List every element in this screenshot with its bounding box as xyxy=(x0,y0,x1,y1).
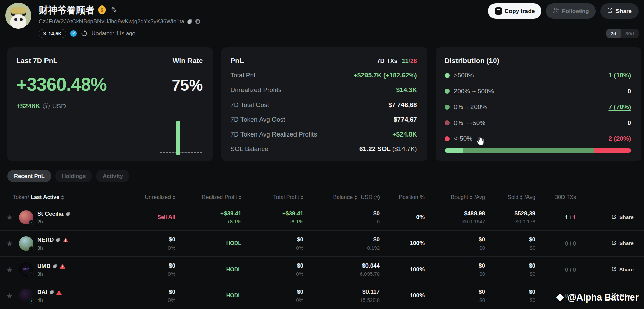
token-avatar[interactable] xyxy=(19,210,33,224)
token-last-active: 3h xyxy=(37,245,68,251)
token-last-active: 4h xyxy=(37,297,62,303)
sort-icon xyxy=(470,195,472,200)
favorite-star-icon[interactable] xyxy=(6,291,13,301)
share-icon xyxy=(607,7,613,15)
copy-address-icon[interactable] xyxy=(187,19,192,24)
warning-icon xyxy=(56,290,62,295)
sort-icon xyxy=(301,195,303,200)
favorite-star-icon[interactable] xyxy=(6,213,13,222)
solana-badge-icon xyxy=(29,220,34,225)
sell-all-button[interactable]: Sell All xyxy=(157,214,175,220)
range-30d-tab[interactable]: 30d xyxy=(621,29,639,38)
dist-value-link[interactable]: 2 (20%) xyxy=(608,135,631,142)
tab-activity[interactable]: Activity xyxy=(96,170,129,182)
dist-row-0-neg50: 0% ~ -50% 0 xyxy=(445,119,631,127)
table-row: NERD 3h $00% HODL $00% $00.192 100% $0$0… xyxy=(0,230,644,256)
stat-row-unrealized: Unrealized Profits $14.3K xyxy=(230,86,417,94)
col-token-last-active[interactable]: Token/Last Active xyxy=(0,194,122,200)
token-avatar[interactable] xyxy=(19,289,33,303)
tab-recent-pnl[interactable]: Recent PnL xyxy=(7,170,51,182)
copy-icon[interactable] xyxy=(56,238,60,242)
sort-icon xyxy=(520,195,523,200)
sort-icon[interactable] xyxy=(61,195,64,200)
copy-trade-button[interactable]: Copy trade xyxy=(488,3,542,19)
wallet-address[interactable]: CzJFuW2JAtCkNB4pBNvUJhg9wKwjq2dYx2yK36Wi… xyxy=(39,18,184,25)
dist-bar-seg-sage-green xyxy=(463,148,594,153)
share-row-button[interactable]: Share xyxy=(611,240,634,247)
stat-row-avg-cost: 7D Token Avg Cost $774,67 xyxy=(230,116,417,123)
dist-value-link[interactable]: 7 (70%) xyxy=(608,103,631,111)
summary-cards: Last 7D PnL Win Rate +3360.48% 75% +$248… xyxy=(7,47,641,161)
token-name[interactable]: UMB xyxy=(37,263,51,270)
tab-holdings[interactable]: Holdings xyxy=(55,170,92,182)
stat-row-total-cost: 7D Total Cost $7 746,68 xyxy=(230,101,417,109)
pnl-mini-chart xyxy=(160,120,202,155)
warning-icon xyxy=(60,264,65,269)
distribution-bar xyxy=(445,148,631,153)
edit-name-icon[interactable] xyxy=(111,6,117,14)
win-rate-label: Win Rate xyxy=(173,57,203,65)
solana-badge-icon xyxy=(29,272,34,277)
chart-baseline xyxy=(160,152,202,153)
share-row-button[interactable]: Share xyxy=(611,214,634,221)
following-button[interactable]: Following xyxy=(546,3,595,19)
hodl-label: HODL xyxy=(226,293,242,299)
token-name[interactable]: St Cecilia xyxy=(37,211,64,217)
profile-avatar[interactable] xyxy=(5,3,31,29)
solana-badge-icon xyxy=(29,298,34,304)
distribution-title: Distribution (10) xyxy=(445,57,631,65)
verified-badge-icon xyxy=(70,30,77,37)
hodl-label: HODL xyxy=(226,267,242,273)
sort-icon xyxy=(173,195,175,200)
copy-icon[interactable] xyxy=(50,290,54,294)
token-name[interactable]: NERD xyxy=(37,237,54,243)
col-unrealized[interactable]: Unrealized xyxy=(122,194,177,200)
stat-row-avg-realized: 7D Token Avg Realized Profits +$24.8K xyxy=(230,131,417,138)
favorite-star-icon[interactable] xyxy=(6,265,13,274)
table-row: BAI 4h $00% HODL $00% $0.11715,520.8 100… xyxy=(0,283,644,309)
person-plus-icon xyxy=(553,7,559,15)
favorite-star-icon[interactable] xyxy=(6,239,13,248)
col-balance-usd[interactable]: BalanceUSD xyxy=(305,194,381,200)
col-bought-avg[interactable]: Bought/Avg xyxy=(426,194,486,200)
col-position: Position % xyxy=(381,194,426,200)
dist-value-link[interactable]: 1 (10%) xyxy=(608,72,631,79)
sort-icon xyxy=(239,195,242,200)
warning-icon xyxy=(63,238,68,242)
time-range-toggle: 7d 30d xyxy=(606,29,639,38)
solana-badge-icon xyxy=(29,246,34,251)
token-avatar[interactable] xyxy=(19,262,33,277)
address-menu-icon[interactable] xyxy=(195,19,201,24)
token-avatar[interactable] xyxy=(19,236,33,251)
token-name[interactable]: BAI xyxy=(37,289,47,296)
watermark-handle: @Alpha Batcher xyxy=(568,292,639,303)
copy-icon[interactable] xyxy=(53,264,57,268)
dist-dot-1 xyxy=(445,73,450,78)
dist-dot-2 xyxy=(445,89,450,94)
updated-timestamp: Updated: 11s ago xyxy=(91,30,135,37)
pnl-stats-card: PnL 7D TXs 11/26 Total PnL +$295.7K (+18… xyxy=(221,47,427,161)
range-7d-tab[interactable]: 7d xyxy=(606,29,621,38)
usd-coin-icon[interactable] xyxy=(374,195,380,200)
money-bag-icon xyxy=(98,6,106,14)
x-followers-badge[interactable]: 14,5K xyxy=(39,29,66,38)
col-sold-avg[interactable]: Sold/Avg xyxy=(486,194,537,200)
refresh-icon[interactable] xyxy=(81,30,87,37)
share-row-button[interactable]: Share xyxy=(611,266,634,273)
usd-coin-icon[interactable] xyxy=(43,103,50,109)
usd-unit-label[interactable]: USD xyxy=(52,103,66,110)
share-profile-button[interactable]: Share xyxy=(600,3,639,19)
col-realized-profit[interactable]: Realized Profit xyxy=(177,194,243,200)
table-row: St Cecilia 2h Sell All +$39.41+8.1% +$39… xyxy=(0,204,644,230)
dist-dot-5 xyxy=(445,136,450,141)
page-title: 财神爷眷顾者 xyxy=(39,4,95,16)
mouse-cursor xyxy=(475,136,485,148)
col-total-profit[interactable]: Total Profit xyxy=(243,194,305,200)
distribution-card: Distribution (10) >500% 1 (10%) 200% ~ 5… xyxy=(436,47,641,161)
profile-header: 财神爷眷顾者 CzJFuW2JAtCkNB4pBNvUJhg9wKwjq2dYx… xyxy=(0,0,644,38)
dist-bar-seg-red xyxy=(594,148,631,153)
dist-row-lt-neg50: <-50% 2 (20%) xyxy=(445,135,631,142)
x-followers-count: 14,5K xyxy=(48,31,62,36)
copy-icon[interactable] xyxy=(66,212,70,216)
pnl-usd-value: +$248K xyxy=(16,102,40,110)
